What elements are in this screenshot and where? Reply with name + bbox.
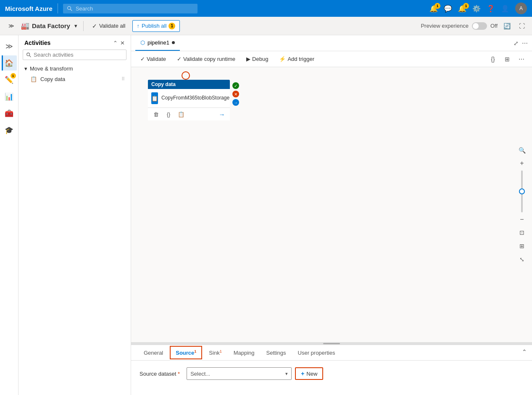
preview-area: Preview experience Off 🔄 ⛶: [421, 20, 528, 32]
fullscreen-btn[interactable]: ⛶: [516, 20, 528, 32]
collapse-btn[interactable]: ⌃: [113, 40, 118, 46]
validate-copy-btn[interactable]: ✓ Validate copy runtime: [173, 54, 240, 64]
required-star: *: [178, 371, 180, 377]
more-btn[interactable]: ⋯: [516, 54, 527, 65]
copy-icon: 📋: [30, 76, 37, 82]
pipeline-dot: [172, 41, 175, 44]
canvas-toolbar: ✓ Validate ✓ Validate copy runtime ▶ Deb…: [131, 51, 532, 67]
help-btn[interactable]: ❓: [487, 5, 495, 13]
search-canvas-btn[interactable]: 🔍: [516, 144, 528, 156]
sidebar-learn-btn[interactable]: 🎓: [2, 123, 17, 138]
source-dataset-dropdown[interactable]: Select... ▾: [187, 367, 292, 380]
zoom-slider[interactable]: [521, 170, 523, 212]
search-box[interactable]: [63, 4, 198, 13]
chevron-icon: ▾: [285, 371, 288, 377]
tab-sink[interactable]: Sink1: [203, 345, 227, 360]
preview-toggle[interactable]: [472, 22, 487, 30]
sidebar-monitor-btn[interactable]: 📊: [2, 89, 17, 104]
refresh-btn[interactable]: 🔄: [501, 20, 513, 32]
card-actions: 🗑 {} 📋 →: [148, 107, 230, 120]
card-status-icons: ✓ ✕ →: [232, 82, 239, 106]
add-trigger-btn[interactable]: ⚡ Add trigger: [275, 54, 319, 64]
activity-search-input[interactable]: copy: [34, 52, 123, 58]
panel-header-actions: ⌃ ✕: [113, 40, 125, 46]
brand-label: Microsoft Azure: [5, 5, 53, 12]
drag-handle: ⠿: [121, 76, 125, 82]
sidebar-toolbox-btn[interactable]: 🧰: [2, 106, 17, 121]
card-arrow-btn[interactable]: →: [217, 110, 226, 119]
zoom-out-btn[interactable]: −: [516, 214, 527, 225]
card-copy-btn[interactable]: 📋: [176, 110, 186, 119]
svg-point-2: [27, 53, 30, 56]
alerts-btn[interactable]: 🔔 1: [458, 5, 466, 13]
edit-badge: 1: [11, 73, 16, 78]
publish-icon: ↑: [137, 23, 140, 29]
new-label: New: [306, 371, 317, 377]
avatar[interactable]: A: [515, 3, 527, 14]
grid-btn[interactable]: ⊞: [516, 240, 528, 252]
publish-all-btn[interactable]: ↑ Publish all 1: [132, 20, 180, 32]
sidebar-edit-btn[interactable]: ✏️ 1: [2, 72, 17, 87]
canvas-more-btn[interactable]: ⋯: [522, 40, 528, 47]
sidebar-home-btn[interactable]: 🏠: [2, 55, 17, 71]
status-error-icon: ✕: [232, 91, 239, 97]
df-title: Data Factory: [32, 22, 70, 29]
source-badge: 1: [194, 349, 196, 353]
close-panel-btn[interactable]: ✕: [120, 40, 125, 46]
code-btn[interactable]: {}: [487, 54, 498, 65]
bottom-panel: ⌃ General Source1 Sink1 Mapping Settings: [131, 345, 532, 395]
preview-label: Preview experience: [421, 23, 468, 29]
card-body: 📋 CopyFromM365toBlobStorage: [148, 89, 230, 107]
start-circle: [182, 71, 190, 80]
card-delete-btn[interactable]: 🗑: [151, 110, 161, 119]
tab-source[interactable]: Source1: [170, 346, 202, 359]
tab-mapping[interactable]: Mapping: [228, 345, 261, 360]
activities-panel: Activities ⌃ ✕ copy ▾ Move & transform 📋…: [18, 35, 131, 395]
table-btn[interactable]: ⊞: [502, 54, 513, 65]
category-move-transform[interactable]: ▾ Move & transform: [18, 63, 131, 74]
bottom-tabs: General Source1 Sink1 Mapping Settings U…: [131, 345, 532, 361]
activity-search-box[interactable]: copy: [23, 50, 126, 60]
df-dropdown-btn[interactable]: ▾: [73, 22, 79, 30]
debug-btn[interactable]: ▶ Debug: [242, 54, 272, 64]
adf-toolbar: ≫ 🏭 Data Factory ▾ ✓ Validate all ↑ Publ…: [0, 17, 532, 35]
zoom-in-btn[interactable]: +: [516, 158, 527, 169]
fit-view-btn[interactable]: ⊡: [516, 227, 528, 238]
search-icon: [67, 6, 72, 11]
panel-title: Activities: [24, 39, 50, 46]
tab-user-properties[interactable]: User properties: [292, 345, 341, 360]
collapse-panel-btn[interactable]: ⌃: [522, 348, 527, 355]
sidebar-expand-btn[interactable]: ≫: [2, 39, 17, 54]
plus-icon: +: [301, 370, 304, 377]
notifications-badge: 1: [435, 3, 440, 9]
alerts-badge: 1: [463, 3, 469, 9]
expand-canvas-btn[interactable]: ⤢: [514, 40, 519, 47]
card-title: Copy data: [151, 81, 176, 87]
pipeline-canvas[interactable]: Copy data 📋 CopyFromM365toBlobStorage 🗑 …: [131, 67, 532, 342]
svg-line-1: [70, 9, 72, 11]
pipeline-icon: ⬡: [140, 39, 145, 46]
activity-copy-data[interactable]: 📋 Copy data ⠿: [18, 74, 131, 84]
tab-actions: ⤢ ⋯: [514, 40, 528, 47]
panel-header: Activities ⌃ ✕: [18, 35, 131, 50]
status-arrow-icon: →: [232, 99, 239, 106]
validate-all-btn[interactable]: ✓ Validate all: [88, 21, 130, 31]
notifications-btn[interactable]: 🔔 1: [429, 5, 438, 13]
trigger-icon: ⚡: [279, 56, 286, 62]
card-name: CopyFromM365toBlobStorage: [161, 95, 229, 102]
expand-sidebar-btn[interactable]: ≫: [4, 21, 18, 31]
tab-general[interactable]: General: [138, 345, 169, 360]
top-nav: Microsoft Azure 🔔 1 💬 🔔 1 ⚙️ ❓ 👤 A: [0, 0, 532, 17]
copy-data-card[interactable]: Copy data 📋 CopyFromM365toBlobStorage 🗑 …: [148, 80, 230, 120]
validate-btn[interactable]: ✓ Validate: [136, 54, 170, 64]
new-dataset-btn[interactable]: + New: [295, 367, 323, 380]
tab-settings[interactable]: Settings: [261, 345, 292, 360]
card-code-btn[interactable]: {}: [164, 110, 173, 119]
search-input[interactable]: [76, 5, 193, 12]
settings-btn[interactable]: ⚙️: [472, 5, 481, 13]
collapse-btn[interactable]: ⤡: [516, 254, 528, 265]
account-btn[interactable]: 👤: [501, 5, 509, 13]
pipeline-tab[interactable]: ⬡ pipeline1: [135, 35, 180, 51]
nav-icons: 🔔 1 💬 🔔 1 ⚙️ ❓ 👤 A: [429, 3, 527, 14]
feedback-btn[interactable]: 💬: [444, 5, 452, 13]
